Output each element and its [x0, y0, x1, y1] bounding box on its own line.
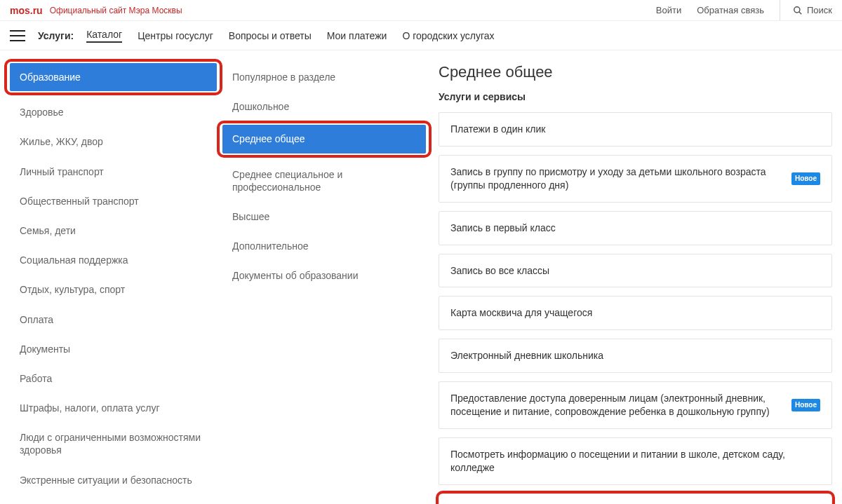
svc-trusted-access[interactable]: Предоставление доступа доверенным лицам … — [439, 381, 832, 429]
nav-faq[interactable]: Вопросы и ответы — [229, 30, 312, 41]
cat-fines[interactable]: Штрафы, налоги, оплата услуг — [10, 394, 217, 422]
svg-line-1 — [799, 11, 802, 14]
cat-emergency[interactable]: Экстренные ситуации и безопасность — [10, 466, 217, 494]
cat-disabled[interactable]: Люди с ограниченными возможностями здоро… — [10, 423, 217, 464]
svc-label: Запись в первый класс — [450, 222, 820, 235]
nav-about[interactable]: О городских услугах — [402, 30, 494, 41]
cat-documents[interactable]: Документы — [10, 335, 217, 363]
svc-ediary[interactable]: Электронный дневник школьника — [439, 339, 832, 373]
cat-environment[interactable]: Окружающая среда и животные — [10, 496, 217, 504]
search-button[interactable]: Поиск — [780, 0, 832, 20]
category-list: Образование Здоровье Жилье, ЖКУ, двор Ли… — [10, 63, 217, 504]
sub-secondary-general[interactable]: Среднее общее — [222, 125, 426, 153]
cat-social[interactable]: Социальная поддержка — [10, 246, 217, 274]
svc-one-click[interactable]: Платежи в один клик — [439, 112, 832, 147]
page-title: Среднее общее — [439, 63, 832, 81]
svc-label: Электронный дневник школьника — [450, 349, 820, 362]
svc-attendance-info[interactable]: Посмотреть информацию о посещении и пита… — [439, 437, 832, 485]
nav-catalog[interactable]: Каталог — [86, 29, 122, 43]
nav-centers[interactable]: Центры госуслуг — [138, 30, 213, 41]
navbar: Услуги: Каталог Центры госуслуг Вопросы … — [0, 21, 842, 50]
new-badge: Новое — [791, 172, 820, 185]
menu-icon[interactable] — [10, 30, 25, 41]
cat-public-transport[interactable]: Общественный транспорт — [10, 187, 217, 215]
new-badge: Новое — [791, 399, 820, 411]
main-columns: Образование Здоровье Жилье, ЖКУ, двор Ли… — [0, 50, 842, 504]
svc-first-grade[interactable]: Запись в первый класс — [439, 211, 832, 245]
sub-preschool[interactable]: Дошкольное — [222, 93, 426, 121]
sub-additional[interactable]: Дополнительное — [222, 232, 426, 260]
nav-label: Услуги: — [38, 30, 74, 41]
sub-secondary-professional[interactable]: Среднее специальное и профессиональное — [222, 161, 426, 201]
search-label: Поиск — [807, 5, 832, 15]
cat-leisure[interactable]: Отдых, культура, спорт — [10, 275, 217, 304]
cat-payment[interactable]: Оплата — [10, 306, 217, 334]
sub-edu-docs[interactable]: Документы об образовании — [222, 261, 426, 290]
cat-personal-transport[interactable]: Личный транспорт — [10, 158, 217, 186]
cat-health[interactable]: Здоровье — [10, 98, 217, 126]
svc-label: Запись во все классы — [450, 264, 820, 278]
search-icon — [793, 6, 803, 15]
topbar: mos.ru Официальный сайт Мэра Москвы Войт… — [0, 0, 842, 21]
svc-subsidized-meals[interactable]: Заявление на льготное питание Новое — [439, 493, 832, 504]
svc-label: Посмотреть информацию о посещении и пита… — [450, 448, 820, 475]
sub-higher[interactable]: Высшее — [222, 203, 426, 231]
cat-education[interactable]: Образование — [10, 63, 217, 91]
cat-family[interactable]: Семья, дети — [10, 217, 217, 245]
svc-label: Карта москвича для учащегося — [450, 306, 820, 320]
logo[interactable]: mos.ru — [10, 5, 43, 16]
svc-all-grades[interactable]: Запись во все классы — [439, 254, 832, 288]
section-subtitle: Услуги и сервисы — [439, 91, 832, 102]
cat-housing[interactable]: Жилье, ЖКУ, двор — [10, 128, 217, 156]
content-area: Среднее общее Услуги и сервисы Платежи в… — [439, 63, 832, 504]
svc-label: Запись в группу по присмотру и уходу за … — [450, 165, 791, 192]
svc-after-school[interactable]: Запись в группу по присмотру и уходу за … — [439, 155, 832, 203]
svc-student-card[interactable]: Карта москвича для учащегося — [439, 296, 832, 330]
svc-label: Предоставление доступа доверенным лицам … — [450, 392, 791, 418]
svg-point-0 — [794, 6, 800, 12]
login-link[interactable]: Войти — [656, 5, 681, 15]
cat-work[interactable]: Работа — [10, 365, 217, 393]
site-subtitle: Официальный сайт Мэра Москвы — [50, 6, 182, 15]
sub-popular[interactable]: Популярное в разделе — [222, 63, 426, 91]
subcategory-list: Популярное в разделе Дошкольное Среднее … — [222, 63, 426, 292]
feedback-link[interactable]: Обратная связь — [697, 5, 764, 15]
svc-label: Платежи в один клик — [450, 123, 820, 136]
nav-payments[interactable]: Мои платежи — [327, 30, 387, 41]
